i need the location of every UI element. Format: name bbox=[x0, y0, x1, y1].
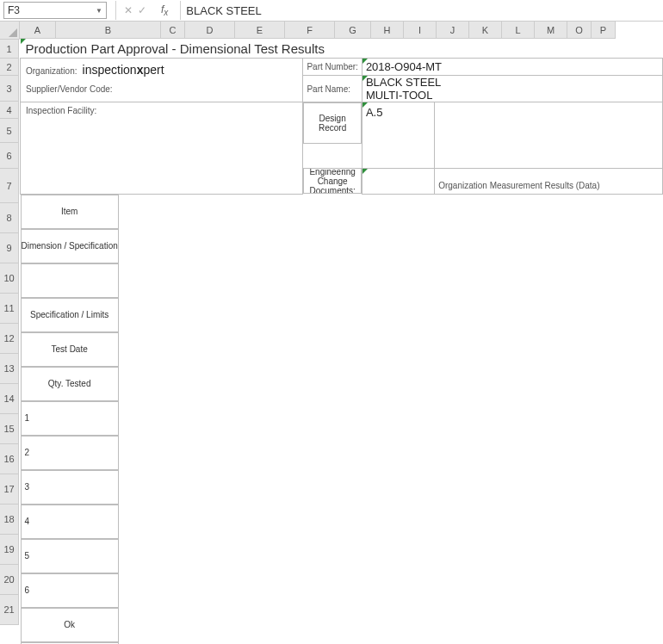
row-header-17[interactable]: 17 bbox=[0, 474, 19, 505]
col-meas-6: 6 bbox=[21, 573, 119, 608]
col-meas-5: 5 bbox=[21, 539, 119, 573]
column-header-J[interactable]: J bbox=[437, 22, 469, 39]
org-measurement-results-label: Organization Measurement Results (Data) bbox=[435, 168, 663, 194]
column-headers: ABCDEFGHIJKLMOP bbox=[20, 22, 663, 39]
col-spec: Specification / Limits bbox=[21, 298, 119, 332]
col-test-date: Test Date bbox=[21, 332, 119, 367]
row-header-18[interactable]: 18 bbox=[0, 505, 19, 535]
row-header-16[interactable]: 16 bbox=[0, 444, 19, 474]
column-header-H[interactable]: H bbox=[371, 22, 404, 39]
column-header-P[interactable]: P bbox=[592, 22, 616, 39]
column-header-M[interactable]: M bbox=[535, 22, 567, 39]
col-dimension: Dimension / Specification bbox=[21, 229, 119, 263]
column-header-K[interactable]: K bbox=[469, 22, 502, 39]
column-header-E[interactable]: E bbox=[235, 22, 285, 39]
organization-label: Organization: bbox=[26, 66, 77, 76]
col-ok: Ok bbox=[21, 608, 119, 642]
col-unit bbox=[21, 263, 119, 298]
column-header-G[interactable]: G bbox=[335, 22, 371, 39]
page-title: Production Part Approval - Dimensional T… bbox=[21, 39, 663, 58]
inspection-facility-label: Inspection Facility: bbox=[21, 102, 302, 119]
cancel-formula-icon[interactable]: ✕ bbox=[121, 4, 135, 16]
column-header-L[interactable]: L bbox=[502, 22, 535, 39]
row-header-4[interactable]: 4 bbox=[0, 102, 19, 119]
col-meas-4: 4 bbox=[21, 505, 119, 539]
worksheet[interactable]: Production Part Approval - Dimensional T… bbox=[20, 39, 663, 644]
column-header-C[interactable]: C bbox=[161, 22, 185, 39]
supplier-label: Supplier/Vendor Code: bbox=[26, 84, 113, 94]
design-record-label: DesignRecord bbox=[319, 114, 346, 133]
row-header-14[interactable]: 14 bbox=[0, 384, 19, 414]
row-header-11[interactable]: 11 bbox=[0, 294, 19, 324]
row-header-15[interactable]: 15 bbox=[0, 414, 19, 444]
col-qty-tested: Qty. Tested bbox=[21, 367, 119, 401]
eng-change-docs-label: EngineeringChangeDocuments: bbox=[309, 168, 355, 194]
cell-reference: F3 bbox=[8, 4, 20, 16]
column-header-I[interactable]: I bbox=[404, 22, 437, 39]
row-header-13[interactable]: 13 bbox=[0, 354, 19, 384]
row-header-9[interactable]: 9 bbox=[0, 233, 19, 263]
column-header-F[interactable]: F bbox=[285, 22, 335, 39]
row-header-1[interactable]: 1 bbox=[0, 40, 19, 59]
part-number-label: Part Number: bbox=[303, 59, 362, 76]
row-header-10[interactable]: 10 bbox=[0, 263, 19, 294]
col-meas-2: 2 bbox=[21, 436, 119, 470]
row-header-7[interactable]: 7 bbox=[0, 169, 19, 203]
row-header-6[interactable]: 6 bbox=[0, 143, 19, 169]
column-header-A[interactable]: A bbox=[20, 22, 56, 39]
row-header-20[interactable]: 20 bbox=[0, 565, 19, 595]
accept-formula-icon[interactable]: ✓ bbox=[135, 4, 149, 16]
column-header-B[interactable]: B bbox=[56, 22, 161, 39]
select-all-corner[interactable] bbox=[0, 22, 20, 40]
col-item: Item bbox=[21, 195, 119, 229]
column-header-O[interactable]: O bbox=[567, 22, 592, 39]
name-box-dropdown-icon[interactable]: ▼ bbox=[96, 7, 102, 15]
part-number-value: 2018-O904-MT bbox=[362, 59, 662, 76]
row-header-2[interactable]: 2 bbox=[0, 59, 19, 76]
col-meas-1: 1 bbox=[21, 401, 119, 436]
organization-value: inspectionxpert bbox=[83, 63, 164, 77]
row-header-5[interactable]: 5 bbox=[0, 119, 19, 143]
column-header-D[interactable]: D bbox=[185, 22, 235, 39]
row-header-19[interactable]: 19 bbox=[0, 535, 19, 565]
formula-value[interactable]: BLACK STEEL bbox=[186, 4, 261, 17]
col-meas-3: 3 bbox=[21, 470, 119, 505]
part-name-label: Part Name: bbox=[303, 76, 362, 102]
row-header-21[interactable]: 21 bbox=[0, 595, 19, 625]
row-header-8[interactable]: 8 bbox=[0, 203, 19, 233]
fx-icon[interactable]: fx bbox=[161, 3, 168, 17]
row-header-12[interactable]: 12 bbox=[0, 324, 19, 354]
part-name-value: BLACK STEELMULTI-TOOL bbox=[362, 76, 662, 102]
formula-bar: F3 ▼ ✕ ✓ fx BLACK STEEL bbox=[0, 0, 663, 22]
row-header-3[interactable]: 3 bbox=[0, 76, 19, 102]
name-box[interactable]: F3 ▼ bbox=[3, 2, 107, 19]
design-record-value: A.5 bbox=[362, 102, 434, 169]
